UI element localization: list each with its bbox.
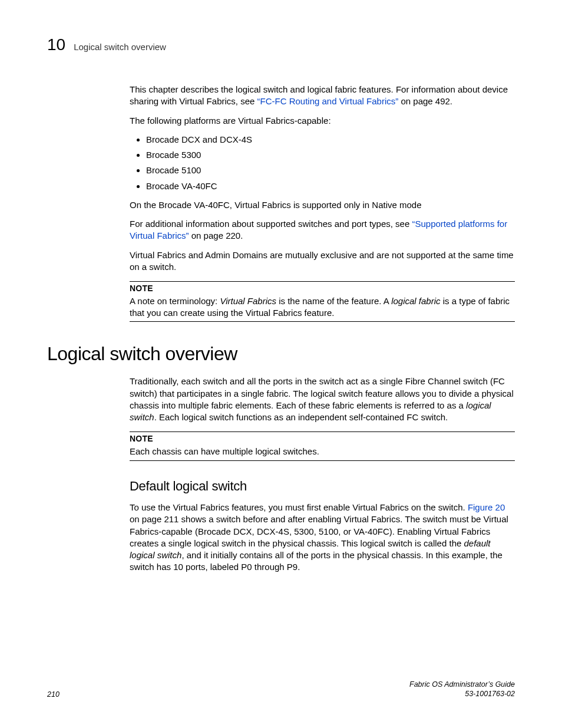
note-rule [130, 321, 515, 322]
note-text: Each chassis can have multiple logical s… [130, 446, 515, 457]
page-number: 210 [47, 690, 59, 699]
page-header: 10 Logical switch overview [47, 35, 515, 54]
emphasis: logical fabric [391, 296, 440, 306]
chapter-number: 10 [47, 35, 65, 54]
intro-paragraph-1: This chapter describes the logical switc… [130, 84, 515, 108]
body-content: This chapter describes the logical switc… [130, 84, 515, 322]
platform-list: Brocade DCX and DCX-4S Brocade 5300 Broc… [130, 134, 515, 192]
list-item: Brocade VA-40FC [146, 180, 515, 192]
note-rule [130, 431, 515, 432]
emphasis: Virtual Fabrics [220, 296, 276, 306]
footer-guide-title: Fabric OS Administrator’s Guide [409, 680, 515, 689]
section-heading-logical-switch-overview: Logical switch overview [47, 343, 515, 365]
section-paragraph-1: Traditionally, each switch and all the p… [130, 375, 515, 423]
subsection-heading-default-logical-switch: Default logical switch [130, 477, 515, 495]
note-rule [130, 460, 515, 461]
text: on page 211 shows a switch before and af… [130, 514, 508, 548]
page: 10 Logical switch overview This chapter … [0, 0, 562, 728]
intro-paragraph-5: Virtual Fabrics and Admin Domains are mu… [130, 249, 515, 274]
text: Traditionally, each switch and all the p… [130, 376, 514, 410]
section-content: Traditionally, each switch and all the p… [130, 375, 515, 573]
intro-paragraph-4: For additional information about support… [130, 218, 515, 242]
section-paragraph-2: To use the Virtual Fabrics features, you… [130, 502, 515, 574]
header-title: Logical switch overview [74, 42, 166, 52]
link-figure-20[interactable]: Figure 20 [468, 502, 505, 512]
text: To use the Virtual Fabrics features, you… [130, 502, 468, 512]
text: , and it initially contains all of the p… [130, 550, 503, 572]
text: For additional information about support… [130, 219, 412, 229]
note-text: A note on terminology: Virtual Fabrics i… [130, 295, 515, 319]
intro-paragraph-3: On the Brocade VA-40FC, Virtual Fabrics … [130, 199, 515, 211]
list-item: Brocade 5300 [146, 149, 515, 161]
text: is the name of the feature. A [276, 296, 391, 306]
text: on page 492. [398, 96, 452, 106]
list-item: Brocade 5100 [146, 164, 515, 176]
text: A note on terminology: [130, 296, 220, 306]
link-fcfc-routing[interactable]: “FC-FC Routing and Virtual Fabrics” [257, 96, 398, 106]
note-block-1: NOTE A note on terminology: Virtual Fabr… [130, 281, 515, 322]
page-footer: 210 Fabric OS Administrator’s Guide 53-1… [47, 680, 515, 699]
note-label: NOTE [130, 433, 515, 444]
note-rule [130, 281, 515, 282]
note-block-2: NOTE Each chassis can have multiple logi… [130, 431, 515, 460]
text: . Each logical switch functions as an in… [154, 412, 448, 422]
footer-doc-number: 53-1001763-02 [409, 689, 515, 699]
list-item: Brocade DCX and DCX-4S [146, 134, 515, 146]
note-label: NOTE [130, 283, 515, 294]
footer-right: Fabric OS Administrator’s Guide 53-10017… [409, 680, 515, 699]
text: on page 220. [189, 230, 243, 241]
intro-paragraph-2: The following platforms are Virtual Fabr… [130, 115, 515, 127]
